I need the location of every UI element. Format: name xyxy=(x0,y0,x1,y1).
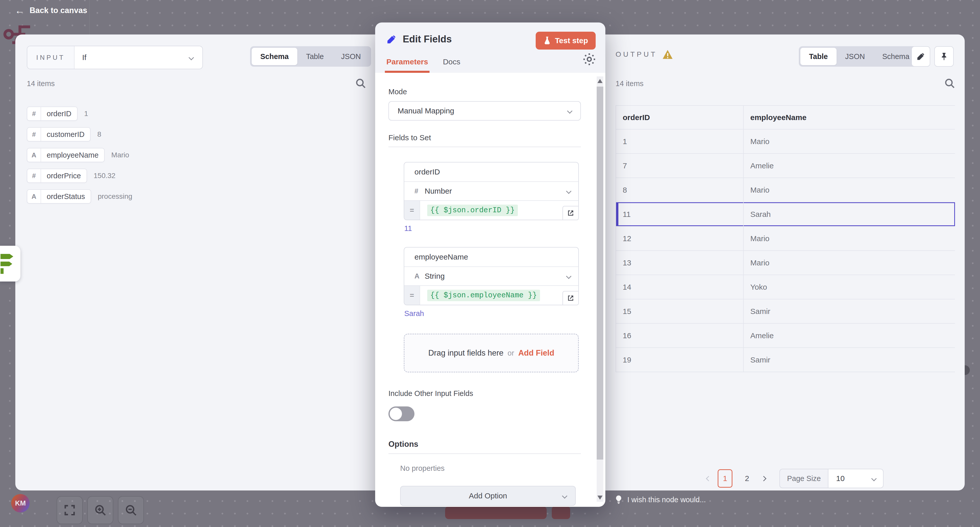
table-row[interactable]: 16 Amelie xyxy=(616,324,955,348)
avatar[interactable]: KM xyxy=(11,494,30,513)
page-size-select[interactable]: Page Size 10 xyxy=(780,469,883,488)
field-name-input[interactable]: employeeName xyxy=(404,248,578,267)
output-panel: OUTPUT Table JSON Schema 14 items xyxy=(605,35,965,490)
schema-pill-customerid[interactable]: # customerID xyxy=(27,127,91,142)
modal-header: Edit Fields Test step Parameters Docs xyxy=(375,22,605,73)
tab-docs[interactable]: Docs xyxy=(443,57,460,73)
modal-scrollbar[interactable] xyxy=(597,77,603,502)
next-page-button[interactable] xyxy=(758,477,769,481)
table-row[interactable]: 7 Amelie xyxy=(616,154,955,178)
tab-parameters[interactable]: Parameters xyxy=(387,57,428,73)
schema-field-name: orderPrice xyxy=(41,169,86,182)
chevron-down-icon xyxy=(871,476,877,481)
schema-field-name: orderID xyxy=(41,107,77,120)
back-to-canvas-link[interactable]: ← Back to canvas xyxy=(15,6,87,15)
if-node-icon xyxy=(0,252,15,276)
node-feedback-text: I wish this node would... xyxy=(627,495,706,504)
drag-or-text: or xyxy=(508,349,514,358)
expression-code: {{ $json.employeeName }} xyxy=(427,290,540,301)
chevron-down-icon xyxy=(189,55,194,60)
fields-to-set-label: Fields to Set xyxy=(388,133,575,142)
column-header-employeename[interactable]: employeeName xyxy=(743,106,955,129)
number-type-icon: # xyxy=(27,169,41,182)
previous-page-button[interactable] xyxy=(703,477,714,481)
table-row[interactable]: 15 Samir xyxy=(616,299,955,324)
page-size-value: 10 xyxy=(836,474,845,483)
tab-json[interactable]: JSON xyxy=(837,48,873,65)
edit-output-button[interactable] xyxy=(912,46,930,67)
add-option-button[interactable]: Add Option xyxy=(400,486,576,506)
field-type-select[interactable]: # Number xyxy=(404,181,578,200)
mode-value: Manual Mapping xyxy=(398,107,454,115)
chevron-down-icon xyxy=(566,188,571,194)
search-icon[interactable] xyxy=(944,77,956,89)
table-row-highlighted[interactable]: 11 Sarah xyxy=(616,202,955,227)
table-row[interactable]: 13 Mario xyxy=(616,251,955,275)
tab-schema[interactable]: Schema xyxy=(251,48,298,65)
divider xyxy=(388,454,581,454)
mode-select[interactable]: Manual Mapping xyxy=(388,101,581,121)
no-properties-text: No properties xyxy=(400,464,575,473)
cell-employeename: Sarah xyxy=(743,202,955,226)
output-panel-label: OUTPUT xyxy=(616,50,657,59)
cell-orderid: 19 xyxy=(616,348,743,372)
drag-fields-dropzone[interactable]: Drag input fields here or Add Field xyxy=(404,334,579,372)
open-expression-editor-button[interactable] xyxy=(563,291,579,305)
zoom-out-button[interactable] xyxy=(118,496,144,524)
if-node-card[interactable] xyxy=(0,246,21,281)
node-feedback-link[interactable]: I wish this node would... xyxy=(614,495,706,504)
cell-employeename: Mario xyxy=(743,251,955,275)
tab-json[interactable]: JSON xyxy=(332,48,369,65)
cell-employeename: Mario xyxy=(743,227,955,250)
column-header-orderid[interactable]: orderID xyxy=(616,106,743,129)
table-row[interactable]: 12 Mario xyxy=(616,227,955,251)
expression-code: {{ $json.orderID }} xyxy=(427,204,518,216)
field-type-select[interactable]: A String xyxy=(404,267,578,285)
expression-input[interactable]: {{ $json.orderID }} xyxy=(420,201,578,220)
input-source-select[interactable]: INPUT If xyxy=(27,46,203,69)
add-field-link[interactable]: Add Field xyxy=(518,348,554,358)
string-type-icon: A xyxy=(27,149,41,162)
cell-employeename: Mario xyxy=(743,178,955,202)
tab-table[interactable]: Table xyxy=(298,48,332,65)
table-row[interactable]: 8 Mario xyxy=(616,178,955,202)
schema-pill-orderstatus[interactable]: A orderStatus xyxy=(27,189,91,204)
pin-data-button[interactable] xyxy=(934,46,954,67)
page-1-button[interactable]: 1 xyxy=(718,469,732,488)
expression-input[interactable]: {{ $json.employeeName }} xyxy=(420,286,578,305)
cell-orderid: 12 xyxy=(616,227,743,250)
schema-pill-employeename[interactable]: A employeeName xyxy=(27,148,105,162)
edit-fields-node-icon xyxy=(387,34,396,45)
table-row[interactable]: 19 Samir xyxy=(616,348,955,372)
test-step-button[interactable]: Test step xyxy=(536,32,596,50)
open-expression-editor-button[interactable] xyxy=(563,206,579,220)
cell-employeename: Amelie xyxy=(743,154,955,177)
canvas-overlay: ← Back to canvas KM INPUT xyxy=(0,0,980,527)
page-2-button[interactable]: 2 xyxy=(740,469,754,488)
chevron-down-icon xyxy=(566,273,571,279)
input-panel: INPUT If Schema Table JSON 14 items # or… xyxy=(15,35,375,490)
expression-preview: 11 xyxy=(404,224,575,233)
table-row[interactable]: 14 Yoko xyxy=(616,275,955,299)
table-row[interactable]: 1 Mario xyxy=(616,129,955,154)
scroll-up-arrow[interactable] xyxy=(597,79,603,83)
field-name-input[interactable]: orderID xyxy=(404,163,578,181)
warning-icon[interactable] xyxy=(662,49,673,59)
tab-table[interactable]: Table xyxy=(800,48,837,65)
scrollbar-thumb[interactable] xyxy=(597,86,603,460)
cell-orderid: 7 xyxy=(616,154,743,177)
input-panel-label: INPUT xyxy=(27,46,75,69)
toggle-knob xyxy=(390,408,402,420)
zoom-in-button[interactable] xyxy=(87,496,113,524)
schema-item: A employeeName Mario xyxy=(27,148,132,162)
schema-pill-orderprice[interactable]: # orderPrice xyxy=(27,169,87,183)
node-settings-button[interactable] xyxy=(584,53,595,66)
include-other-fields-toggle[interactable] xyxy=(388,406,414,421)
lightbulb-icon xyxy=(614,495,623,504)
scroll-down-arrow[interactable] xyxy=(597,495,603,500)
fit-view-button[interactable] xyxy=(57,496,83,524)
string-type-icon: A xyxy=(27,190,41,203)
search-icon[interactable] xyxy=(355,77,366,89)
field-name-value: employeeName xyxy=(414,252,468,261)
schema-pill-orderid[interactable]: # orderID xyxy=(27,107,78,121)
